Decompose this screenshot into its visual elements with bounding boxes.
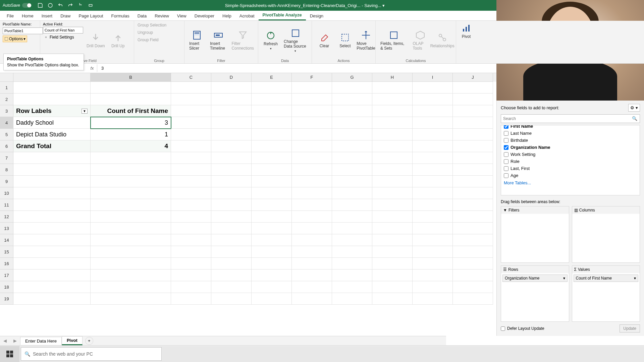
field-settings-button[interactable]: Field Settings	[43, 34, 83, 40]
field-item[interactable]: Birthdate	[501, 137, 640, 144]
save-icon[interactable]	[38, 3, 43, 8]
field-checkbox[interactable]	[504, 166, 508, 171]
row-header[interactable]: 11	[0, 199, 13, 211]
field-checkbox[interactable]	[504, 145, 508, 150]
col-header[interactable]	[13, 73, 91, 82]
change-data-source-button[interactable]: Change Data Source ▾	[282, 22, 309, 58]
field-checkbox[interactable]	[504, 152, 508, 157]
undo-icon[interactable]	[58, 3, 63, 8]
field-item[interactable]: Work Setting	[501, 151, 640, 158]
active-field-input[interactable]	[43, 27, 83, 34]
row-header[interactable]: 3	[0, 105, 13, 117]
rows-area[interactable]: ☰Rows Organization Name▾	[501, 265, 569, 322]
pivottable-name-input[interactable]	[3, 27, 43, 34]
row-header[interactable]: 12	[0, 211, 13, 223]
sheet-nav-prev[interactable]: ◀	[0, 338, 10, 343]
row-header[interactable]: 14	[0, 234, 13, 246]
sheet-tab[interactable]: Pivot	[62, 336, 83, 345]
touch-icon[interactable]	[78, 3, 83, 8]
pivot-grand-total-value[interactable]: 4	[91, 140, 171, 152]
refresh-button[interactable]: Refresh ▾	[261, 22, 280, 58]
options-button[interactable]: Options ▾	[3, 36, 27, 42]
col-header[interactable]: D	[211, 73, 252, 82]
tab-pagelayout[interactable]: Page Layout	[75, 11, 107, 20]
row-header[interactable]: 15	[0, 246, 13, 258]
row-header[interactable]: 5	[0, 129, 13, 140]
move-pivottable-button[interactable]: Move PivotTable	[356, 22, 376, 58]
sheet-nav-next[interactable]: ▶	[10, 338, 20, 343]
start-button[interactable]	[0, 346, 19, 362]
field-item[interactable]: Age	[501, 172, 640, 179]
values-area[interactable]: ΣValues Count of First Name▾	[572, 265, 640, 322]
row-header[interactable]: 10	[0, 187, 13, 199]
row-header[interactable]: 2	[0, 94, 13, 105]
row-header[interactable]: 6	[0, 140, 13, 152]
insert-slicer-button[interactable]: Insert Slicer	[187, 22, 207, 58]
clear-button[interactable]: Clear	[315, 22, 334, 58]
formula-value[interactable]: 3	[97, 66, 108, 71]
values-pill[interactable]: Count of First Name▾	[574, 275, 639, 282]
row-header[interactable]: 7	[0, 152, 13, 164]
columns-area[interactable]: ▥Columns	[572, 206, 640, 263]
tab-view[interactable]: View	[173, 11, 191, 20]
row-header[interactable]: 4	[0, 117, 13, 129]
row-header[interactable]: 1	[0, 82, 13, 94]
tab-insert[interactable]: Insert	[38, 11, 57, 20]
tab-data[interactable]: Data	[133, 11, 151, 20]
filters-area[interactable]: ▼Filters	[501, 206, 569, 263]
tab-draw[interactable]: Draw	[56, 11, 74, 20]
row-header[interactable]: 17	[0, 269, 13, 281]
pivot-row-label[interactable]: Daddy School	[13, 117, 91, 129]
field-checkbox[interactable]	[504, 138, 508, 143]
pivot-count-header[interactable]: Count of First Name	[91, 105, 171, 117]
pivot-row-value[interactable]: 1	[91, 129, 171, 140]
add-sheet-button[interactable]: +	[85, 337, 93, 345]
col-header[interactable]: H	[372, 73, 413, 82]
pivot-rowlabels-header[interactable]: Row Labels▼	[13, 105, 91, 117]
row-header[interactable]: 18	[0, 281, 13, 293]
field-search-input[interactable]	[501, 114, 640, 123]
field-item[interactable]: Organization Name	[501, 144, 640, 151]
tab-home[interactable]: Home	[18, 11, 38, 20]
field-item[interactable]: Last Name	[501, 130, 640, 137]
field-item[interactable]: First Name	[501, 125, 640, 130]
pivot-grand-total-label[interactable]: Grand Total	[13, 140, 91, 152]
tab-formulas[interactable]: Formulas	[107, 11, 133, 20]
field-item[interactable]: Last, First	[501, 165, 640, 172]
tab-help[interactable]: Help	[218, 11, 235, 20]
tab-developer[interactable]: Developer	[191, 11, 218, 20]
field-list[interactable]: First Name Last Name Birthdate Organizat…	[501, 125, 640, 195]
taskbar-search[interactable]: 🔍 Search the web and your PC	[21, 347, 162, 361]
pivotchart-button[interactable]: Pivot	[459, 22, 474, 40]
pivot-row-value[interactable]: 3	[91, 117, 171, 129]
redo-icon[interactable]	[68, 3, 73, 8]
toggle-switch[interactable]	[22, 3, 32, 8]
autosave-toggle[interactable]: AutoSave	[0, 3, 34, 8]
tab-review[interactable]: Review	[151, 11, 173, 20]
field-checkbox[interactable]	[504, 131, 508, 136]
fx-icon[interactable]: fx	[87, 64, 97, 72]
pivot-row-label[interactable]: Depict Data Studio	[13, 129, 91, 140]
select-button[interactable]: Select	[335, 22, 355, 58]
col-header[interactable]: I	[413, 73, 453, 82]
defer-checkbox[interactable]	[501, 326, 505, 331]
tab-acrobat[interactable]: Acrobat	[235, 11, 259, 20]
rows-pill[interactable]: Organization Name▾	[502, 275, 568, 282]
col-header[interactable]: B	[91, 73, 171, 82]
field-checkbox[interactable]	[504, 125, 508, 129]
row-header[interactable]: 16	[0, 258, 13, 269]
field-checkbox[interactable]	[504, 173, 508, 178]
tab-pivottable-analyze[interactable]: PivotTable Analyze	[259, 10, 306, 20]
field-pane-gear-button[interactable]: ⚙ ▾	[628, 104, 640, 112]
filter-dropdown-icon[interactable]: ▼	[82, 109, 88, 114]
row-header[interactable]: 8	[0, 164, 13, 176]
row-header[interactable]: 9	[0, 176, 13, 187]
insert-timeline-button[interactable]: Insert Timeline	[208, 22, 229, 58]
sheet-tab[interactable]: Enter Data Here	[20, 337, 62, 345]
col-header[interactable]: E	[252, 73, 292, 82]
tab-file[interactable]: File	[3, 11, 18, 20]
col-header[interactable]: C	[171, 73, 211, 82]
row-header[interactable]: 13	[0, 223, 13, 234]
more-tables-link[interactable]: More Tables...	[501, 179, 640, 187]
row-header[interactable]: 19	[0, 293, 13, 305]
